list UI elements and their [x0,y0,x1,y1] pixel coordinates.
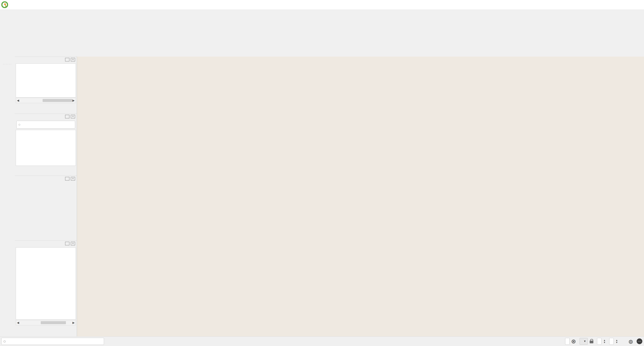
menu-bar [0,10,644,18]
toolbar-row-2 [0,27,644,37]
toolbar-row-3 [0,37,644,47]
search-icon: ○ [3,339,6,344]
float-panel-icon[interactable] [65,177,70,181]
toolbar-row-4 [0,47,644,57]
float-panel-icon[interactable] [65,242,70,245]
epsg-globe-icon: ◍ [628,338,633,344]
magnifier-spinner[interactable]: ▲▼ [604,339,606,343]
magnifier-input[interactable] [597,338,602,345]
render-checkbox[interactable] [620,339,625,344]
rotation-input[interactable] [609,338,614,345]
title-bar [0,0,644,10]
status-bar: ○ ⊛ ▼ ▲▼ ▲▼ ◍ ⋯ [0,336,644,346]
manage-layers-toolbar: ······ [0,57,15,342]
coordinates-input[interactable] [565,338,570,345]
locator-search-input[interactable]: ○ [1,338,104,345]
browser-panel: ✕ ◀▶ [15,57,77,113]
search-icon: ○ [18,122,20,127]
messages-icon[interactable]: ⋯ [636,338,642,344]
browser-hscrollbar[interactable]: ◀▶ [16,98,76,103]
rotation-spinner[interactable]: ▲▼ [616,339,618,343]
close-panel-icon[interactable]: ✕ [71,115,75,118]
map-canvas[interactable] [77,57,644,336]
close-panel-icon[interactable]: ✕ [71,58,75,62]
close-button[interactable] [626,0,644,10]
float-panel-icon[interactable] [65,115,70,118]
close-panel-icon[interactable]: ✕ [71,242,75,245]
advanced-digitizing-panel: ✕ [15,176,77,241]
float-panel-icon[interactable] [65,58,70,62]
processing-search-input[interactable]: ○ [16,121,75,128]
toolbars [0,18,644,57]
minimize-button[interactable] [589,0,607,10]
qgis-logo [1,1,8,8]
toolbar-row-1 [0,18,644,27]
scale-combo[interactable]: ▼ [580,338,588,345]
restore-button[interactable] [607,0,626,10]
toolbar-handle: ······ [3,62,12,66]
layers-hscrollbar[interactable]: ◀▶ [16,320,76,325]
extents-icon[interactable]: ⊛ [571,338,576,345]
lock-scale-icon[interactable] [590,341,593,343]
layers-panel: ✕ ◀▶ [15,241,77,337]
close-panel-icon[interactable]: ✕ [71,177,75,181]
processing-panel: ✕ ○ [15,114,77,176]
